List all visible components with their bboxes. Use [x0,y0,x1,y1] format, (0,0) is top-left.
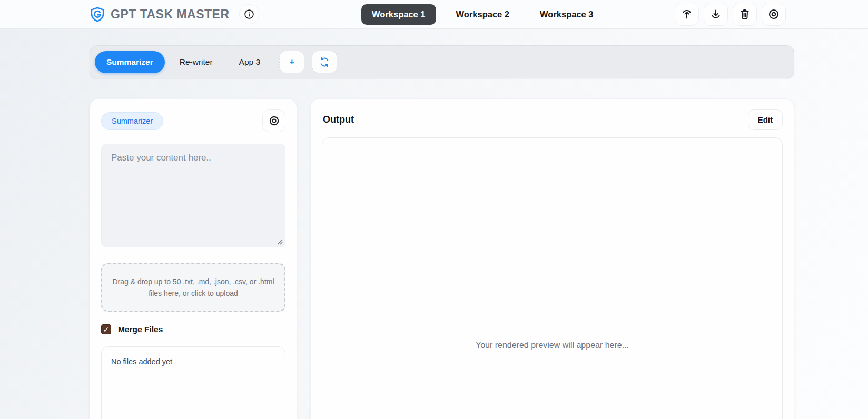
panel-settings-button[interactable] [262,109,285,132]
tab-rewriter[interactable]: Re-writer [168,51,224,73]
input-panel-header: Summarizer [101,109,285,132]
workspace-tab-1[interactable]: Workspace 1 [361,4,436,25]
file-list: No files added yet [101,346,285,419]
upload-icon [680,8,693,21]
refresh-icon [319,56,330,68]
app-type-badge: Summarizer [101,112,163,130]
dropzone-text: Drag & drop up to 50 .txt, .md, .json, .… [112,276,275,300]
download-button[interactable] [704,3,728,26]
app-tabbar: Summarizer Re-writer App 3 + [90,45,794,78]
app-title: GPT TASK MASTER [111,7,230,22]
info-icon [243,8,255,20]
shield-g-logo-icon [90,6,105,22]
workspace-tab-2[interactable]: Workspace 2 [446,4,520,25]
refresh-apps-button[interactable] [312,51,337,73]
trash-icon [738,8,751,21]
trash-button[interactable] [733,3,757,26]
file-dropzone[interactable]: Drag & drop up to 50 .txt, .md, .json, .… [101,263,285,312]
edit-button[interactable]: Edit [748,109,783,130]
output-title: Output [322,114,354,125]
output-panel-header: Output Edit [322,109,783,130]
merge-files-label[interactable]: Merge Files [118,325,163,334]
preview-placeholder-text: Your rendered preview will appear here..… [476,341,629,350]
workspace-nav: Workspace 1 Workspace 2 Workspace 3 [361,4,604,25]
tab-app3[interactable]: App 3 [228,51,272,73]
app-header: GPT TASK MASTER Workspace 1 Workspace 2 … [0,0,868,29]
content-input[interactable] [102,144,285,247]
settings-button[interactable] [762,3,786,26]
content-input-wrapper [101,144,285,247]
add-app-button[interactable]: + [279,51,304,73]
check-icon: ✓ [103,325,110,334]
upload-button[interactable] [675,3,699,26]
target-icon [767,8,780,21]
file-list-empty-text: No files added yet [111,357,275,366]
output-panel: Output Edit Your rendered preview will a… [310,98,794,419]
brand: GPT TASK MASTER [90,6,230,22]
preview-area: Your rendered preview will appear here..… [322,137,783,419]
workspace-tab-3[interactable]: Workspace 3 [529,4,604,25]
workspace-cards: Summarizer [90,98,794,419]
target-icon [268,115,280,127]
merge-files-row: ✓ Merge Files [101,324,285,334]
tab-summarizer[interactable]: Summarizer [95,51,165,73]
merge-files-checkbox[interactable]: ✓ [101,324,111,334]
download-icon [709,8,722,21]
resize-handle[interactable] [277,239,283,245]
input-panel: Summarizer [90,98,297,419]
plus-icon: + [289,57,294,67]
info-button[interactable] [239,4,259,24]
main-content: Summarizer Re-writer App 3 + Summarizer [0,45,868,419]
header-actions [675,3,786,26]
